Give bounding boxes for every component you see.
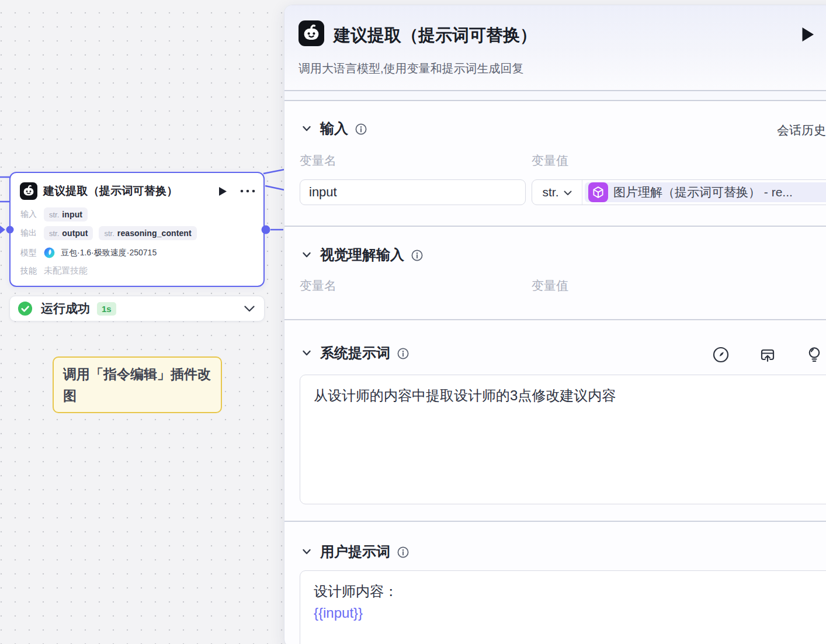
prompt-toolbar	[712, 345, 824, 364]
sticky-note[interactable]: 调用「指令编辑」插件改图	[53, 356, 222, 413]
node-model-label: 模型	[20, 248, 38, 258]
node-output-label: 输出	[20, 228, 38, 238]
param-badge-output: str. output	[44, 226, 93, 240]
header-divider-strip	[284, 90, 826, 101]
llm-node-card[interactable]: 建议提取（提示词可替换） 输入 str. input 输出 str.	[9, 172, 265, 287]
run-duration-badge: 1s	[97, 302, 116, 316]
user-prompt-line1: 设计师内容：	[314, 580, 826, 602]
plugin-cube-icon	[588, 182, 608, 202]
inbox-upload-icon[interactable]	[758, 345, 777, 364]
section-title: 用户提示词	[320, 542, 390, 561]
divider	[284, 319, 826, 320]
section-title: 视觉理解输入	[320, 245, 404, 264]
section-header-vision: 视觉理解输入	[300, 246, 424, 264]
run-status-label: 运行成功	[41, 300, 90, 317]
chevron-down-icon[interactable]	[300, 122, 314, 136]
section-header-system-prompt: 系统提示词	[300, 344, 409, 362]
chevron-down-icon[interactable]	[300, 346, 314, 360]
chevron-down-icon[interactable]	[300, 248, 314, 262]
history-label: 会话历史	[777, 122, 826, 139]
var-value-col-label: 变量值	[532, 278, 568, 294]
panel-title: 建议提取（提示词可替换）	[334, 24, 537, 47]
panel-header: 建议提取（提示词可替换） 调用大语言模型,使用变量和提示词生成回复	[284, 5, 826, 90]
user-prompt-textarea[interactable]: 设计师内容： {{input}}	[300, 570, 826, 644]
panel-run-button[interactable]	[801, 26, 815, 43]
info-icon[interactable]	[355, 123, 367, 136]
var-name-col-label: 变量名	[300, 278, 336, 294]
info-icon[interactable]	[397, 347, 409, 360]
node-input-label: 输入	[20, 209, 38, 220]
var-name-input[interactable]: input	[300, 179, 526, 205]
section-header-input: 输入	[300, 120, 367, 137]
param-badge-input: str. input	[44, 207, 88, 221]
lightbulb-icon[interactable]	[805, 345, 824, 364]
node-skill-label: 技能	[20, 266, 38, 276]
success-check-icon	[18, 301, 33, 316]
var-value-col-label: 变量值	[532, 153, 568, 169]
reference-chip-text: 图片理解（提示词可替换） - re...	[613, 184, 793, 200]
node-title: 建议提取（提示词可替换）	[43, 183, 218, 199]
var-name-col-label: 变量名	[300, 153, 336, 169]
var-value-control[interactable]: str. 图片理解（提示词可替换） - re...	[532, 179, 826, 205]
info-icon[interactable]	[397, 546, 409, 559]
panel-subtitle: 调用大语言模型,使用变量和提示词生成回复	[299, 61, 524, 77]
sticky-note-text: 调用「指令编辑」插件改图	[63, 363, 211, 407]
divider	[284, 226, 826, 227]
node-skill-value: 未配置技能	[44, 265, 88, 276]
doubao-model-icon	[44, 247, 55, 258]
chevron-down-icon[interactable]	[300, 545, 314, 559]
node-run-button[interactable]	[218, 186, 227, 196]
run-status-bar[interactable]: 运行成功 1s	[9, 296, 265, 321]
chevron-down-icon	[564, 191, 572, 196]
workflow-editor: 建议提取（提示词可替换） 输入 str. input 输出 str.	[0, 0, 826, 644]
user-prompt-variable: {{input}}	[314, 602, 826, 624]
section-header-user-prompt: 用户提示词	[300, 543, 409, 560]
info-icon[interactable]	[411, 249, 424, 262]
section-title: 系统提示词	[320, 344, 390, 362]
system-prompt-text: 从设计师的内容中提取设计师的3点修改建议内容	[314, 385, 826, 406]
system-prompt-textarea[interactable]: 从设计师的内容中提取设计师的3点修改建议内容	[300, 375, 826, 504]
node-model-name: 豆包·1.6·极致速度·250715	[61, 248, 157, 258]
param-badge-reasoning: str. reasoning_content	[99, 226, 196, 240]
compass-icon[interactable]	[712, 345, 730, 364]
divider	[284, 521, 826, 522]
node-config-panel: 建议提取（提示词可替换） 调用大语言模型,使用变量和提示词生成回复 输入 会话历…	[284, 5, 826, 644]
section-title: 输入	[320, 119, 348, 138]
type-dropdown[interactable]: str.	[532, 180, 582, 205]
chevron-down-icon[interactable]	[244, 306, 255, 312]
node-more-button[interactable]	[240, 189, 255, 193]
type-value: str.	[542, 185, 558, 199]
llm-node-icon	[20, 182, 37, 200]
llm-node-icon-large	[299, 20, 324, 46]
reference-chip[interactable]: 图片理解（提示词可替换） - re...	[585, 182, 826, 202]
